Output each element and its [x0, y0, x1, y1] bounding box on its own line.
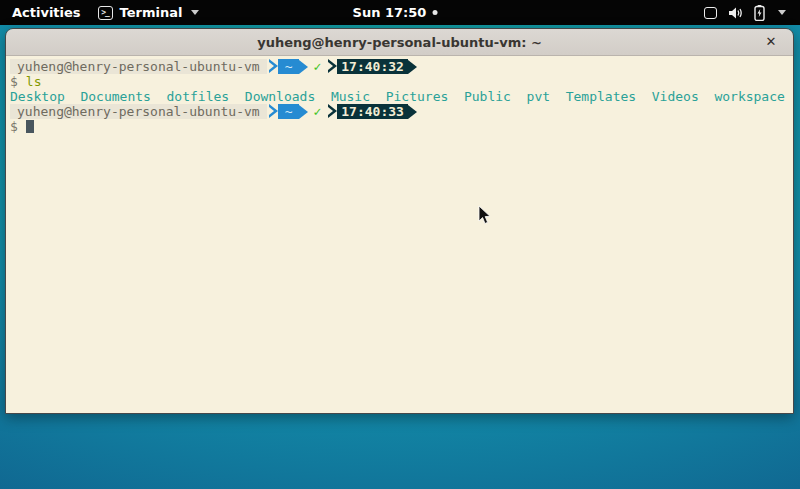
prompt-symbol: $ [10, 119, 18, 134]
prompt-line-1: yuheng@henry-personal-ubuntu-vm ~ ✓ 17:4… [10, 59, 789, 74]
powerline-arrow-icon [408, 60, 417, 74]
input-line[interactable]: $ [10, 119, 789, 134]
terminal-cursor [26, 120, 34, 133]
prompt-line-2: yuheng@henry-personal-ubuntu-vm ~ ✓ 17:4… [10, 104, 789, 119]
powerline-arrow-icon [299, 60, 308, 74]
terminal-window: yuheng@henry-personal-ubuntu-vm: ~ ✕ yuh… [5, 28, 794, 414]
close-button[interactable]: ✕ [762, 33, 780, 51]
window-title: yuheng@henry-personal-ubuntu-vm: ~ [257, 35, 542, 50]
prompt-cwd: ~ [278, 59, 300, 74]
battery-charging-icon [754, 5, 765, 21]
prompt-time: 17:40:32 [337, 59, 408, 74]
prompt-user-host: yuheng@henry-personal-ubuntu-vm [10, 59, 267, 74]
activities-button[interactable]: Activities [12, 5, 81, 20]
command-text: ls [26, 74, 42, 89]
prompt-cwd: ~ [278, 104, 300, 119]
system-status-area[interactable] [704, 0, 786, 25]
window-titlebar[interactable]: yuheng@henry-personal-ubuntu-vm: ~ ✕ [6, 29, 793, 56]
clock-label: Sun 17:50 [353, 5, 427, 20]
terminal-content[interactable]: yuheng@henry-personal-ubuntu-vm ~ ✓ 17:4… [6, 56, 793, 413]
powerline-arrow-icon [328, 104, 337, 119]
directory-list: Desktop Documents dotfiles Downloads Mus… [10, 89, 785, 104]
clock-button[interactable]: Sun 17:50 [353, 0, 438, 25]
volume-icon [728, 6, 743, 20]
desktop: Activities >_ Terminal Sun 17:50 [0, 0, 800, 489]
powerline-arrow-icon [269, 59, 278, 74]
powerline-arrow-icon [269, 104, 278, 119]
powerline-arrow-icon [408, 105, 417, 119]
prompt-time: 17:40:33 [337, 104, 408, 119]
chevron-down-icon [778, 10, 786, 15]
prompt-user-host: yuheng@henry-personal-ubuntu-vm [10, 104, 267, 119]
powerline-arrow-icon [299, 105, 308, 119]
command-line: $ ls [10, 74, 789, 89]
status-check-icon: ✓ [313, 104, 321, 119]
notification-dot-icon [432, 10, 437, 15]
app-menu-terminal[interactable]: >_ Terminal [98, 5, 200, 20]
top-bar: Activities >_ Terminal Sun 17:50 [0, 0, 800, 25]
prompt-symbol: $ [10, 74, 18, 89]
app-menu-label: Terminal [120, 5, 183, 20]
powerline-arrow-icon [328, 59, 337, 74]
ls-output-line: Desktop Documents dotfiles Downloads Mus… [10, 89, 789, 104]
display-icon [704, 7, 717, 19]
chevron-down-icon [191, 10, 199, 15]
status-check-icon: ✓ [313, 59, 321, 74]
terminal-icon: >_ [98, 6, 113, 20]
mouse-pointer-icon [478, 206, 492, 226]
